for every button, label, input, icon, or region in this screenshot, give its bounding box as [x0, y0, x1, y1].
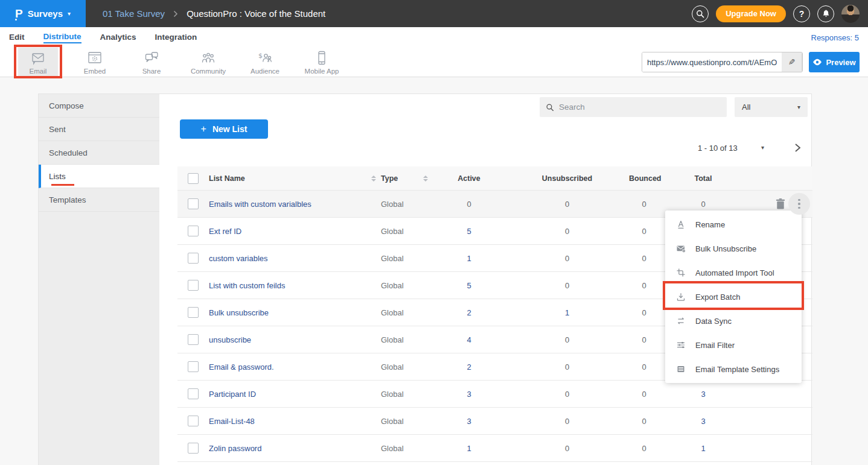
active-count[interactable]: 4	[433, 335, 505, 344]
row-checkbox[interactable]	[188, 416, 199, 426]
list-name-link[interactable]: Participant ID	[209, 390, 381, 399]
search-input[interactable]	[559, 103, 721, 112]
surveys-product-menu[interactable]: P Surveys ▾	[0, 0, 86, 27]
sidebar-item-compose[interactable]: Compose	[39, 94, 159, 118]
delete-list-icon[interactable]	[775, 198, 786, 210]
sort-icon[interactable]	[423, 176, 428, 182]
unsubscribed-count[interactable]: 0	[505, 227, 629, 236]
row-checkbox[interactable]	[188, 226, 199, 236]
sidebar-item-templates[interactable]: Templates	[39, 188, 159, 212]
pagination-caret-icon[interactable]: ▾	[761, 144, 764, 151]
bounced-count[interactable]: 0	[629, 308, 659, 317]
unsubscribed-count[interactable]: 0	[505, 254, 629, 263]
toolbar-item-community[interactable]: Community	[188, 48, 228, 77]
preview-button[interactable]: Preview	[809, 52, 860, 72]
row-checkbox[interactable]	[188, 334, 199, 345]
total-count[interactable]: 3	[659, 417, 747, 426]
toolbar-item-email[interactable]: Email	[18, 48, 58, 77]
tab-analytics[interactable]: Analytics	[100, 33, 136, 43]
menu-item-rename[interactable]: Rename	[665, 212, 802, 236]
unsubscribed-count[interactable]: 0	[505, 281, 629, 290]
list-filter-dropdown[interactable]: All ▾	[735, 97, 808, 117]
select-all-checkbox[interactable]	[188, 173, 199, 184]
table-row[interactable]: Participant ID Global 3 0 0 3	[177, 381, 812, 408]
bounced-count[interactable]: 0	[629, 417, 659, 426]
toolbar-item-embed[interactable]: Embed	[75, 48, 115, 77]
responses-count[interactable]: Responses: 5	[811, 33, 868, 42]
pagination-range[interactable]: 1 - 10 of 13	[698, 144, 738, 153]
row-checkbox[interactable]	[188, 307, 199, 318]
unsubscribed-count[interactable]: 0	[505, 200, 629, 209]
unsubscribed-count[interactable]: 0	[505, 444, 629, 453]
active-count[interactable]: 0	[433, 200, 505, 209]
unsubscribed-count[interactable]: 0	[505, 417, 629, 426]
active-count[interactable]: 2	[433, 308, 505, 317]
table-row[interactable]: Zolin password Global 1 0 0 1	[177, 435, 812, 462]
row-checkbox[interactable]	[188, 198, 199, 209]
unsubscribed-count[interactable]: 0	[505, 335, 629, 344]
row-checkbox[interactable]	[188, 253, 199, 264]
tab-distribute[interactable]: Distribute	[43, 32, 81, 43]
active-count[interactable]: 2	[433, 362, 505, 372]
list-name-link[interactable]: Bulk unsubscribe	[209, 308, 381, 317]
sidebar-item-scheduled[interactable]: Scheduled	[39, 141, 159, 165]
row-checkbox[interactable]	[188, 443, 199, 454]
toolbar-item-mobile-app[interactable]: Mobile App	[302, 48, 342, 77]
bounced-count[interactable]: 0	[629, 227, 659, 236]
active-count[interactable]: 3	[433, 390, 505, 399]
menu-item-data-sync[interactable]: Data Sync	[665, 309, 802, 333]
bounced-count[interactable]: 0	[629, 254, 659, 263]
list-name-link[interactable]: Ext ref ID	[209, 227, 381, 236]
survey-url-input[interactable]	[642, 52, 782, 72]
sort-icon[interactable]	[371, 176, 376, 182]
breadcrumb-survey-name[interactable]: 01 Take Survey	[103, 8, 165, 19]
total-count[interactable]: 1	[659, 444, 747, 453]
next-page-button[interactable]	[791, 141, 804, 154]
bounced-count[interactable]: 0	[629, 444, 659, 453]
user-avatar[interactable]	[841, 5, 860, 23]
bounced-count[interactable]: 0	[629, 390, 659, 399]
list-name-link[interactable]: Email-List-48	[209, 417, 381, 426]
unsubscribed-count[interactable]: 0	[505, 390, 629, 399]
notifications-bell-icon[interactable]	[817, 5, 834, 22]
unsubscribed-count[interactable]: 0	[505, 362, 629, 372]
tab-edit[interactable]: Edit	[9, 33, 25, 43]
table-row[interactable]: Email-List-48 Global 3 0 0 3	[177, 408, 812, 435]
active-count[interactable]: 1	[433, 444, 505, 453]
new-list-button[interactable]: + New List	[180, 119, 268, 139]
bounced-count[interactable]: 0	[629, 281, 659, 290]
menu-item-email-template-settings[interactable]: Email Template Settings	[665, 357, 802, 381]
search-icon[interactable]	[692, 5, 709, 22]
bounced-count[interactable]: 0	[629, 335, 659, 344]
row-menu-button[interactable]	[788, 193, 810, 215]
bounced-count[interactable]: 0	[629, 200, 659, 209]
unsubscribed-count[interactable]: 1	[505, 308, 629, 317]
sidebar-item-sent[interactable]: Sent	[39, 118, 159, 141]
row-checkbox[interactable]	[188, 280, 199, 291]
toolbar-item-share[interactable]: Share	[132, 48, 171, 77]
menu-item-bulk-unsubscribe[interactable]: Bulk Unsubscribe	[665, 236, 802, 261]
menu-item-automated-import[interactable]: Automated Import Tool	[665, 261, 802, 285]
menu-item-email-filter[interactable]: Email Filter	[665, 333, 802, 357]
list-name-link[interactable]: Emails with custom varialbles	[209, 200, 381, 209]
upgrade-now-button[interactable]: Upgrade Now	[716, 5, 786, 22]
list-name-link[interactable]: List with custom feilds	[209, 281, 381, 290]
total-count[interactable]: 3	[659, 390, 747, 399]
list-name-link[interactable]: unsubscribe	[209, 335, 381, 344]
list-name-link[interactable]: custom variables	[209, 254, 381, 263]
active-count[interactable]: 5	[433, 227, 505, 236]
sidebar-item-lists[interactable]: Lists	[39, 165, 159, 188]
edit-url-pencil-icon[interactable]: ✎	[782, 52, 802, 72]
list-name-link[interactable]: Email & password.	[209, 362, 381, 372]
toolbar-item-audience[interactable]: $ Audience	[245, 48, 285, 77]
row-checkbox[interactable]	[188, 361, 199, 372]
total-count[interactable]: 0	[659, 200, 747, 209]
row-checkbox[interactable]	[188, 388, 199, 399]
help-icon[interactable]: ?	[793, 5, 810, 22]
active-count[interactable]: 3	[433, 417, 505, 426]
menu-item-export-batch[interactable]: Export Batch	[665, 285, 802, 309]
active-count[interactable]: 1	[433, 254, 505, 263]
active-count[interactable]: 5	[433, 281, 505, 290]
tab-integration[interactable]: Integration	[155, 33, 197, 43]
bounced-count[interactable]: 0	[629, 362, 659, 372]
